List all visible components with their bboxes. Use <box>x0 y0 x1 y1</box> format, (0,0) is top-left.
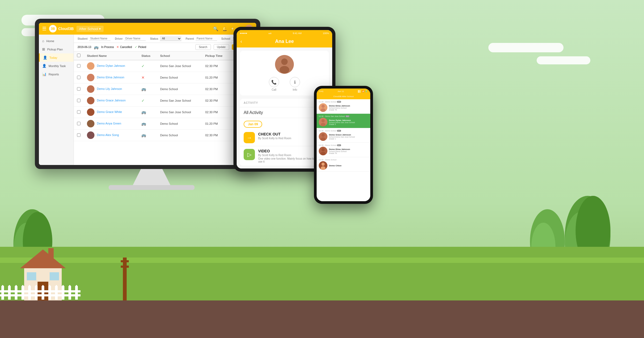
col-school: School <box>157 52 202 60</box>
row-checkbox[interactable] <box>77 110 80 114</box>
sidebar-item-home[interactable]: ⌂ Home <box>39 37 74 45</box>
student-avatar <box>87 131 94 139</box>
status-cancelled-text: Cancelled <box>120 46 132 49</box>
phone-wrapper: 9:41 Jun 11 ▌▌ 📶 🔋 Cloud3B After School … <box>314 86 373 204</box>
driver-filter-label: Driver <box>115 37 123 40</box>
bell-icon[interactable]: 🔔 <box>222 26 228 31</box>
row-student-cell: Demo Dylan Jahnson <box>84 60 138 72</box>
table-body: Demo Dylan Jahnson ✓ Demo San Jose Schoo… <box>74 60 256 141</box>
call-action[interactable]: 📞 Call <box>269 77 279 91</box>
row-checkbox[interactable] <box>77 64 80 68</box>
student-name-link[interactable]: Demo Elma Jahnson <box>97 76 124 79</box>
svg-rect-29 <box>35 286 38 300</box>
row-school-cell: Demo School <box>157 118 202 130</box>
svg-marker-40 <box>68 285 71 286</box>
student-name-link[interactable]: Demo Alex Song <box>97 133 119 137</box>
row-student-cell: Demo Alex Song <box>84 130 138 141</box>
student-name-link[interactable]: Demo Dylan Jahnson <box>97 64 125 67</box>
student-name-link[interactable]: Demo Grace Jahnson <box>97 99 126 102</box>
table-row: Demo Lily Jahnson 🚌 Demo School 02:30 PM… <box>74 83 256 95</box>
app-body: ⌂ Home ⊞ Pickup Plan 👤 Today 👤 Monthly T… <box>39 35 256 165</box>
student-name-link[interactable]: Demo Anya Green <box>97 122 121 125</box>
phone-student-info: Demo Elma Jahnson School Demo School Gra… <box>329 148 350 154</box>
row-student-cell: Demo Elma Jahnson <box>84 72 138 83</box>
phone-school-detail: School Demo San Jose School <box>329 136 355 138</box>
svg-marker-12 <box>20 249 66 268</box>
phone-time: 9:41 <box>319 90 324 93</box>
status-picked-text: Picked <box>138 46 146 49</box>
select-all-checkbox[interactable] <box>77 54 80 57</box>
video-desc: One video one function. Mainly focus on … <box>258 157 317 163</box>
student-filter-input[interactable] <box>89 36 111 41</box>
parent-filter-input[interactable] <box>196 36 217 41</box>
phone-list-item[interactable]: 01:20 - Demo School 9/9 Demo Elma Jahnso… <box>317 99 370 114</box>
phone-student-name: Demo Elma Jahnson <box>329 148 350 150</box>
filter-driver: Driver <box>115 36 146 41</box>
row-student-cell: Demo Grace Jahnson <box>84 95 138 106</box>
tablet-back-button[interactable]: ‹ <box>240 39 242 44</box>
phone-list-item[interactable]: 02:30 - Demo San Jose School 3/2 Demo Dy… <box>317 114 370 128</box>
info-action[interactable]: ℹ Info <box>290 77 300 91</box>
road <box>0 300 644 338</box>
row-checkbox-cell <box>74 95 84 106</box>
header-title-dropdown[interactable]: After School ▾ <box>76 26 104 32</box>
search-header-icon[interactable]: 🔍 <box>213 26 218 31</box>
status-bus-icon: 🚌 <box>141 133 146 137</box>
phone-list-item[interactable]: 02:30 - Demo School 0/1 Demo Grace Jahns… <box>317 128 370 143</box>
video-sub: By Scott Kelly to Red Room <box>258 154 317 157</box>
row-checkbox[interactable] <box>77 99 80 102</box>
sidebar-item-monthly-task[interactable]: 👤 Monthly Task <box>39 62 74 70</box>
row-pickup-time-cell: 02:30 PM <box>202 130 231 141</box>
monitor-outer: ☰ 3B Cloud3B After School ▾ 🔍 🔔 + ⚙ <box>35 19 260 169</box>
row-checkbox[interactable] <box>77 133 80 137</box>
bus-status-icon: 🚌 <box>94 45 98 49</box>
student-avatar <box>87 85 94 93</box>
svg-rect-39 <box>68 286 71 300</box>
phone-grade-detail: Grade 5 <box>329 123 355 125</box>
hamburger-icon[interactable]: ☰ <box>42 26 46 32</box>
svg-point-53 <box>321 119 325 122</box>
row-checkbox-cell <box>74 83 84 95</box>
table-header-row: Student Name Status School Pickup Time D… <box>74 52 256 60</box>
sidebar-label-reports: Reports <box>49 73 59 76</box>
col-checkbox <box>74 52 84 60</box>
cancel-x-icon: ✕ <box>116 45 119 49</box>
student-name-link[interactable]: Demo Grace White <box>97 110 122 113</box>
filter-status: Status All <box>150 36 181 41</box>
row-checkbox[interactable] <box>77 87 80 91</box>
row-status-cell: 🚌 <box>138 83 157 95</box>
svg-rect-23 <box>15 286 17 300</box>
driver-filter-input[interactable] <box>124 36 146 41</box>
svg-point-56 <box>321 134 325 137</box>
students-table: Student Name Status School Pickup Time D… <box>74 52 256 141</box>
row-pickup-time-cell: 01:20 PM <box>202 118 231 130</box>
table-row: Demo Grace White 🚌 Demo San Jose School … <box>74 106 256 118</box>
tablet-header: ‹ Ana Lee <box>237 36 332 47</box>
student-profile-avatar <box>275 55 294 74</box>
row-status-cell: ✓ <box>138 95 157 106</box>
monitor-base <box>109 185 195 190</box>
activity-title: ACTIVITY <box>244 101 258 104</box>
student-name-link[interactable]: Demo Lily Jahnson <box>97 87 122 90</box>
search-button[interactable]: Search <box>195 44 211 50</box>
svg-point-47 <box>281 58 288 65</box>
update-button[interactable]: Update <box>214 44 229 50</box>
sidebar-item-today[interactable]: 👤 Today <box>39 53 74 62</box>
status-check-icon: ✓ <box>141 64 145 68</box>
table-row: Demo Dylan Jahnson ✓ Demo San Jose Schoo… <box>74 60 256 72</box>
sidebar-item-pickup-plan[interactable]: ⊞ Pickup Plan <box>39 45 74 53</box>
svg-marker-32 <box>42 285 44 286</box>
deco-bar-4 <box>537 56 590 64</box>
student-avatar <box>87 62 94 70</box>
row-checkbox[interactable] <box>77 76 80 79</box>
phone-list-item[interactable]: 02:30 - Demo School 0/1 Demo Elma Jahnso… <box>317 143 370 157</box>
svg-point-59 <box>321 148 325 151</box>
svg-rect-33 <box>48 286 51 300</box>
row-school-cell: Demo School <box>157 72 202 83</box>
status-filter-select[interactable]: All <box>160 36 181 41</box>
phone-list-item[interactable]: 02:30 - Demo School Demo Chloe <box>317 157 370 172</box>
row-checkbox[interactable] <box>77 122 80 125</box>
sidebar-item-reports[interactable]: 📊 Reports <box>39 70 74 78</box>
svg-marker-20 <box>1 285 4 286</box>
svg-marker-22 <box>8 285 11 286</box>
